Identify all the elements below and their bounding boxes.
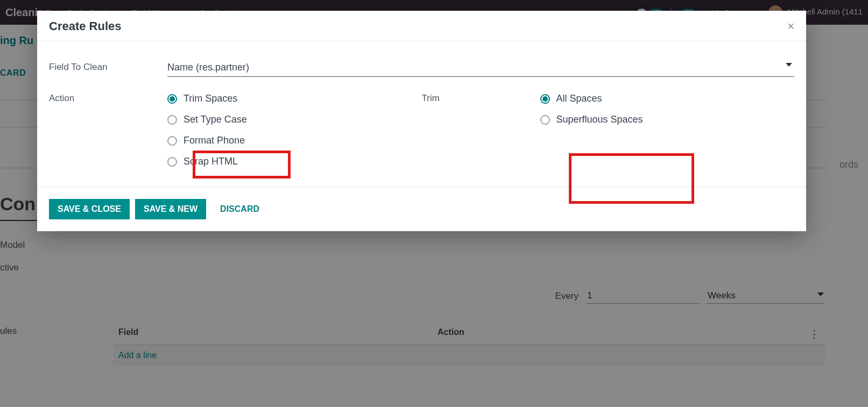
- field-to-clean-select[interactable]: Name (res.partner): [167, 60, 794, 77]
- trim-radio-all-spaces[interactable]: All Spaces: [540, 93, 643, 104]
- radio-label: Format Phone: [184, 135, 245, 146]
- action-radio-group: Trim Spaces Set Type Case Format Phone S…: [167, 93, 247, 167]
- radio-icon: [167, 136, 177, 146]
- trim-radio-group: All Spaces Superfluous Spaces: [540, 93, 643, 167]
- field-to-clean-value: Name (res.partner): [167, 60, 794, 76]
- save-new-button[interactable]: SAVE & NEW: [135, 199, 206, 219]
- action-label: Action: [49, 93, 167, 167]
- radio-label: Set Type Case: [184, 114, 247, 125]
- trim-radio-superfluous[interactable]: Superfluous Spaces: [540, 114, 643, 125]
- radio-label: Trim Spaces: [184, 93, 237, 104]
- radio-label: All Spaces: [556, 93, 602, 104]
- action-radio-format-phone[interactable]: Format Phone: [167, 135, 247, 146]
- field-to-clean-label: Field To Clean: [49, 60, 167, 73]
- trim-label: Trim: [422, 93, 540, 167]
- create-rules-modal: Create Rules × Field To Clean Name (res.…: [37, 11, 806, 231]
- action-radio-scrap-html[interactable]: Scrap HTML: [167, 156, 247, 167]
- radio-icon: [540, 115, 550, 125]
- radio-icon: [167, 115, 177, 125]
- close-icon[interactable]: ×: [787, 20, 794, 32]
- chevron-down-icon: [786, 63, 792, 67]
- save-close-button[interactable]: SAVE & CLOSE: [49, 199, 130, 219]
- radio-icon: [540, 94, 550, 104]
- radio-label: Superfluous Spaces: [556, 114, 643, 125]
- modal-title: Create Rules: [49, 19, 122, 33]
- radio-label: Scrap HTML: [184, 156, 238, 167]
- discard-button[interactable]: DISCARD: [211, 199, 268, 219]
- action-radio-set-type-case[interactable]: Set Type Case: [167, 114, 247, 125]
- action-radio-trim-spaces[interactable]: Trim Spaces: [167, 93, 247, 104]
- radio-icon: [167, 94, 177, 104]
- radio-icon: [167, 157, 177, 167]
